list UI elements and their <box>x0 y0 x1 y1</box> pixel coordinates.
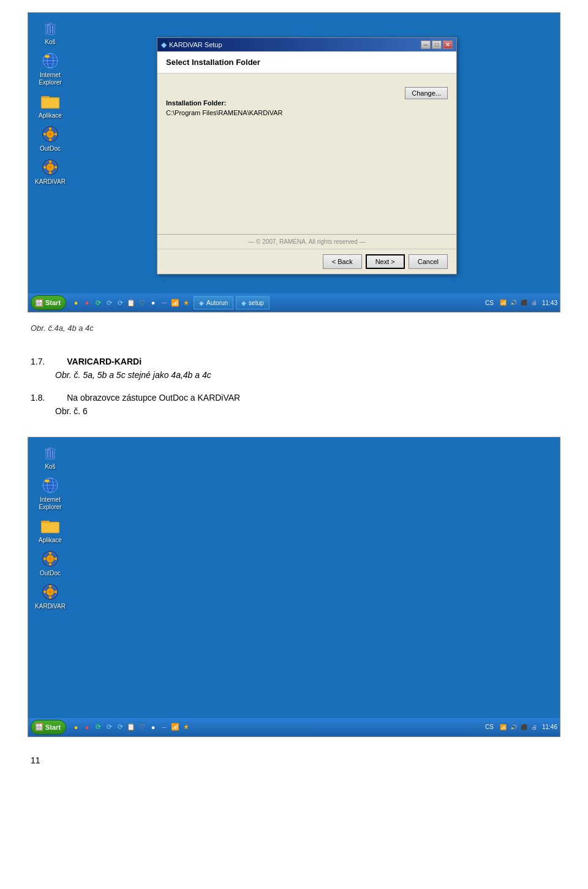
tray-icon-11[interactable]: ★ <box>181 298 191 308</box>
tray2-icon-3[interactable]: ⟳ <box>93 722 103 732</box>
folder-icon-2 <box>40 516 60 535</box>
desktop-icon-ie-2[interactable]: Internet Explorer <box>33 475 67 511</box>
tray2-icon-5[interactable]: ⟳ <box>115 722 125 732</box>
taskbar-sys-icons-1: 📶 🔊 ⬛ 🖨 <box>499 298 540 308</box>
start-button-1[interactable]: 🪟 Start <box>31 295 66 310</box>
desktop-icon-outdoc[interactable]: OutDoc <box>33 124 67 153</box>
tray2-icon-7[interactable]: ♡ <box>137 722 147 732</box>
desktop-icon-ie-label: Internet Explorer <box>33 72 67 86</box>
tray2-icon-4[interactable]: ⟳ <box>104 722 114 732</box>
minimize-button[interactable]: ─ <box>421 40 431 49</box>
section-1-8-number: 1.8. <box>31 393 45 403</box>
tray2-icon-1[interactable]: ● <box>71 722 81 732</box>
desktop-icon-kos-2[interactable]: Koš <box>33 442 67 471</box>
restore-button[interactable]: □ <box>432 40 442 49</box>
close-button[interactable]: ✕ <box>443 40 453 49</box>
svg-rect-62 <box>49 596 51 599</box>
start-button-2[interactable]: 🪟 Start <box>31 720 66 735</box>
dialog-diamond-icon: ◆ <box>161 40 167 49</box>
dialog-titlebar-left: ◆ KARDiVAR Setup <box>161 40 222 49</box>
taskbar-time-2: 11:46 <box>542 724 557 730</box>
sys-icon-4: 🖨 <box>530 298 540 308</box>
setup-btn-label: setup <box>249 300 263 306</box>
sys2-icon-4: 🖨 <box>530 722 540 732</box>
taskbar-right-2: CS 📶 🔊 ⬛ 🖨 11:46 <box>483 722 557 732</box>
desktop-icon-kos[interactable]: Koš <box>33 18 67 46</box>
desktop-icon-ie[interactable]: Internet Explorer <box>33 51 67 86</box>
sys2-icon-1: 📶 <box>499 722 508 732</box>
ie-icon-2 <box>40 475 60 495</box>
tray-icon-2[interactable]: ● <box>82 298 92 308</box>
tray2-icon-6[interactable]: 📋 <box>126 722 136 732</box>
autorun-btn-label: Autorun <box>206 300 228 306</box>
kardivar-icon-1 <box>40 157 60 177</box>
svg-rect-47 <box>41 521 50 523</box>
install-folder-label: Installation Folder: <box>166 99 448 107</box>
dialog-footer: < Back Next > Cancel <box>157 249 456 274</box>
tray2-icon-8[interactable]: ● <box>148 722 158 732</box>
desktop-icon-aplikace-label: Aplikace <box>39 112 62 119</box>
tray2-icon-11[interactable]: ★ <box>181 722 191 732</box>
tray2-icon-10[interactable]: 📶 <box>170 722 180 732</box>
caption-1-text: Obr. č.4a, 4b a 4c <box>31 323 94 333</box>
cancel-button[interactable]: Cancel <box>409 254 448 269</box>
svg-rect-56 <box>55 558 57 560</box>
desktop-icon-aplikace-2[interactable]: Aplikace <box>33 516 67 544</box>
back-button[interactable]: < Back <box>323 254 362 269</box>
tray-icon-6[interactable]: 📋 <box>126 298 136 308</box>
svg-point-12 <box>45 55 50 58</box>
desktop-icon-kos-label: Koš <box>45 39 55 46</box>
dialog-spacer <box>157 179 456 228</box>
svg-rect-48 <box>42 523 58 532</box>
svg-rect-16 <box>42 99 58 107</box>
text-content: 1.7. VARICARD-KARDi Obr. č. 5a, 5b a 5c … <box>0 347 588 426</box>
svg-rect-30 <box>49 172 51 174</box>
taskbar-time-1: 11:43 <box>542 300 557 306</box>
dialog-heading: Select Installation Folder <box>166 58 448 67</box>
tray2-icon-9[interactable]: ─ <box>159 722 169 732</box>
start-windows-icon: 🪟 <box>35 299 43 307</box>
tray-icon-7[interactable]: ♡ <box>137 298 147 308</box>
desktop-icon-outdoc-2-label: OutDoc <box>40 570 61 577</box>
dialog-title-text: KARDiVAR Setup <box>169 41 222 48</box>
tray-icon-4[interactable]: ⟳ <box>104 298 114 308</box>
tray-icon-8[interactable]: ● <box>148 298 158 308</box>
tray-icon-10[interactable]: 📶 <box>170 298 180 308</box>
ie-icon <box>40 51 60 70</box>
desktop-icon-outdoc-2[interactable]: OutDoc <box>33 549 67 577</box>
svg-rect-2 <box>48 23 52 25</box>
section-1-7-subtitle: Obr. č. 5a, 5b a 5c stejné jako 4a,4b a … <box>55 370 211 380</box>
change-button[interactable]: Change... <box>405 87 448 99</box>
next-button[interactable]: Next > <box>366 254 405 269</box>
section-1-8-title: Na obrazovce zástupce OutDoc a KARDiVAR <box>67 393 240 403</box>
taskbar-quick-launch-2: ● ● ⟳ ⟳ ⟳ 📋 ♡ ● ─ 📶 ★ <box>71 722 191 732</box>
tray-icon-3[interactable]: ⟳ <box>93 298 103 308</box>
svg-point-39 <box>47 449 50 450</box>
desktop-icon-kardivar-1[interactable]: KARDiVAR <box>33 157 67 186</box>
tray-icon-9[interactable]: ─ <box>159 298 169 308</box>
tray-icon-5[interactable]: ⟳ <box>115 298 125 308</box>
desktop-icon-aplikace[interactable]: Aplikace <box>33 91 67 119</box>
dialog-titlebar-controls: ─ □ ✕ <box>421 40 453 49</box>
desktop-icon-kardivar-1-label: KARDiVAR <box>35 178 66 186</box>
desktop-icons-2: Koš Internet Explorer <box>33 442 67 610</box>
section-1-8-subtitle: Obr. č. 6 <box>55 406 88 416</box>
section-1-7: 1.7. VARICARD-KARDi Obr. č. 5a, 5b a 5c … <box>31 355 557 382</box>
dialog-titlebar: ◆ KARDiVAR Setup ─ □ ✕ <box>157 38 456 51</box>
taskbar-right-1: CS 📶 🔊 ⬛ 🖨 11:43 <box>483 298 557 308</box>
setup-taskbar-btn[interactable]: ◆ setup <box>236 296 269 309</box>
svg-point-20 <box>48 132 52 136</box>
svg-rect-54 <box>49 563 51 566</box>
section-1-7-title: VARICARD-KARDi <box>67 357 141 366</box>
sys-icon-3: ⬛ <box>519 298 529 308</box>
outdoc-icon-2 <box>40 549 60 569</box>
tray-icon-1[interactable]: ● <box>71 298 81 308</box>
install-folder-path: C:\Program Files\RAMENA\KARDiVAR <box>166 109 448 116</box>
screenshot-1: Koš Internet Explorer <box>28 12 560 312</box>
desktop-icon-kos-2-label: Koš <box>45 463 55 471</box>
desktop-icon-kardivar-2[interactable]: KARDiVAR <box>33 582 67 610</box>
autorun-taskbar-btn[interactable]: ◆ Autorun <box>194 296 233 309</box>
svg-rect-64 <box>55 591 57 593</box>
tray2-icon-2[interactable]: ● <box>82 722 92 732</box>
caption-1: Obr. č.4a, 4b a 4c <box>0 319 588 338</box>
